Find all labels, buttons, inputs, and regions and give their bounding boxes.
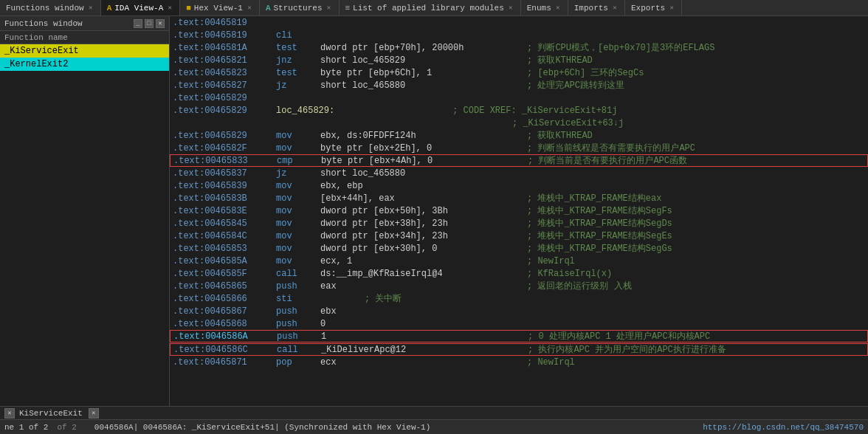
- bottom-info: ne 1 of 2 of 2 0046586A| 0046586A: _KiSe…: [4, 423, 703, 432]
- panel-controls: _ □ ✕: [134, 19, 165, 28]
- disasm-line: .text:00465868 push 0: [170, 317, 868, 330]
- disasm-line: .text:0046585A mov ecx, 1 ; NewIrql: [170, 255, 868, 267]
- column-name-label: Function name: [4, 33, 68, 42]
- status-func-name: KiServiceExit: [19, 409, 83, 418]
- website-link[interactable]: https://blog.csdn.net/qq_38474570: [703, 423, 864, 432]
- disasm-line: .text:00465819: [170, 16, 868, 29]
- function-list[interactable]: _KiServiceExit _KernelExit2: [0, 44, 169, 406]
- disasm-line: .text:00465853 mov dword ptr [ebx+30h], …: [170, 242, 868, 255]
- disasm-line-xref: ; _KiServiceExit+63↓j: [170, 117, 868, 129]
- functions-panel-title: Functions window: [4, 19, 83, 28]
- list-icon: ≡: [345, 4, 351, 13]
- tab-close-enums[interactable]: ✕: [554, 4, 562, 12]
- hex-view-tab-label: Hex View-1: [194, 4, 243, 13]
- main-area: Functions window _ □ ✕ Function name _Ki…: [0, 16, 868, 406]
- disasm-line: .text:0046583E mov dword ptr [ebx+50h], …: [170, 204, 868, 217]
- tab-close-hex[interactable]: ✕: [246, 4, 253, 12]
- tab-close-ida[interactable]: ✕: [166, 4, 173, 12]
- panel-minimize-btn[interactable]: _: [134, 19, 142, 28]
- disasm-line: .text:00465829 mov ebx, ds:0FFDFF124h ; …: [170, 129, 868, 142]
- struct-icon: A: [266, 4, 271, 13]
- functions-panel: Functions window _ □ ✕ Function name _Ki…: [0, 16, 170, 406]
- exports-tab-label: Exports: [631, 4, 665, 13]
- disasm-line: .text:00465819 cli: [170, 29, 868, 41]
- tab-structures[interactable]: A Structures ✕: [260, 0, 340, 16]
- tab-close-struct[interactable]: ✕: [326, 4, 333, 12]
- disasm-line: .text:0046585F call ds:__imp_@KfRaiseIrq…: [170, 267, 868, 280]
- panel-close-btn[interactable]: ✕: [156, 19, 165, 28]
- tab-close-functions[interactable]: ✕: [87, 4, 94, 12]
- tab-close-exports[interactable]: ✕: [668, 4, 675, 12]
- disasm-line: .text:00465845 mov dword ptr [ebx+38h], …: [170, 217, 868, 230]
- tab-imports[interactable]: Imports ✕: [568, 0, 625, 16]
- disasm-line: .text:00465823 test byte ptr [ebp+6Ch], …: [170, 66, 868, 79]
- status-bar: ✕ KiServiceExit ✕: [0, 406, 868, 419]
- ida-icon: A: [107, 4, 112, 13]
- disasm-line: .text:0046582F mov byte ptr [ebx+2Eh], 0…: [170, 142, 868, 154]
- status-close-btn[interactable]: ✕: [4, 408, 15, 418]
- structures-tab-label: Structures: [273, 4, 322, 13]
- tab-lib-modules[interactable]: ≡ List of applied library modules ✕: [340, 0, 521, 16]
- disasm-line-push1: .text:0046586A push 1 ; 0 处理内核APC 1 处理用户…: [170, 330, 868, 342]
- enums-tab-label: Enums: [527, 4, 551, 13]
- disasm-line-cmp: .text:00465833 cmp byte ptr [ebx+4Ah], 0…: [170, 154, 868, 167]
- disasm-line: .text:00465867 push ebx: [170, 305, 868, 317]
- addr-info: 0046586A| 0046586A: _KiServiceExit+51| (…: [94, 423, 430, 432]
- hex-icon: ■: [186, 4, 191, 13]
- func-name-kernelexit2: _KernelExit2: [4, 59, 68, 69]
- ida-view-tab-label: IDA View-A: [114, 4, 163, 13]
- functions-panel-titlebar: Functions window _ □ ✕: [0, 16, 169, 31]
- disasm-line: .text:00465866 sti ; 关中断: [170, 292, 868, 305]
- disasm-line: .text:00465829: [170, 92, 868, 104]
- panel-maximize-btn[interactable]: □: [145, 19, 154, 28]
- disasm-line-call-apc: .text:0046586C call _KiDeliverApc@12 ; 执…: [170, 343, 868, 356]
- tab-close-imports[interactable]: ✕: [611, 4, 619, 12]
- tab-enums[interactable]: Enums ✕: [521, 0, 568, 16]
- tab-ida-view[interactable]: A IDA View-A ✕: [101, 0, 181, 16]
- disasm-panel[interactable]: .text:00465819 .text:00465819 cli .text:…: [170, 16, 868, 406]
- functions-window-tab-label: Functions window: [6, 4, 84, 13]
- disasm-line: .text:00465827 jz short loc_465880 ; 处理完…: [170, 79, 868, 92]
- page-info: ne 1 of 2: [4, 423, 48, 432]
- of-2-label: of 2: [57, 423, 76, 432]
- disasm-line: .text:00465821 jnz short loc_465829 ; 获取…: [170, 54, 868, 66]
- tab-bar: Functions window ✕ A IDA View-A ✕ ■ Hex …: [0, 0, 868, 16]
- tab-exports[interactable]: Exports ✕: [625, 0, 682, 16]
- function-column-header: Function name: [0, 31, 169, 44]
- tab-functions-window[interactable]: Functions window ✕: [0, 0, 101, 16]
- status-func-close-btn[interactable]: ✕: [89, 408, 99, 418]
- tab-close-list[interactable]: ✕: [507, 4, 514, 12]
- imports-tab-label: Imports: [574, 4, 608, 13]
- func-name-kiserviceexit: _KiServiceExit: [4, 46, 79, 56]
- disasm-line: .text:00465829 loc_465829: ; CODE XREF: …: [170, 104, 868, 117]
- func-item-kiserviceexit[interactable]: _KiServiceExit: [0, 44, 169, 58]
- disasm-line: .text:0046581A test dword ptr [ebp+70h],…: [170, 41, 868, 54]
- disasm-line: .text:0046584C mov dword ptr [ebx+34h], …: [170, 230, 868, 242]
- disasm-line: .text:0046583B mov [ebx+44h], eax ; 堆栈中_…: [170, 192, 868, 204]
- bottom-bar: ne 1 of 2 of 2 0046586A| 0046586A: _KiSe…: [0, 419, 868, 434]
- disasm-line: .text:00465871 pop ecx ; NewIrql: [170, 356, 868, 368]
- disasm-line: .text:00465837 jz short loc_465880: [170, 167, 868, 179]
- func-item-kernelexit2[interactable]: _KernelExit2: [0, 58, 169, 71]
- tab-hex-view[interactable]: ■ Hex View-1 ✕: [180, 0, 260, 16]
- disasm-line: .text:00465865 push eax ; 返回老的运行级别 入栈: [170, 280, 868, 292]
- disasm-line: .text:00465839 mov ebx, ebp: [170, 179, 868, 192]
- lib-modules-tab-label: List of applied library modules: [353, 4, 504, 13]
